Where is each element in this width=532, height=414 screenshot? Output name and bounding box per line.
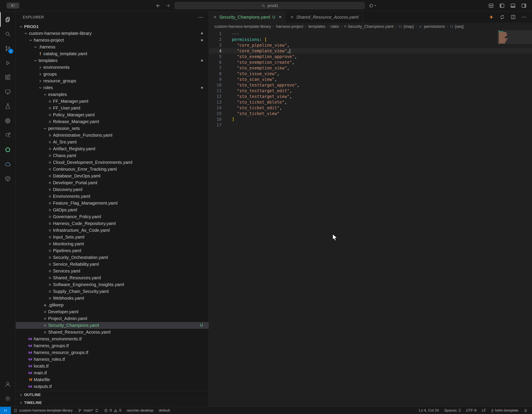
tree-item-harness-code-repository-yaml[interactable]: ≡Harness_Code_Repository.yaml <box>16 220 209 227</box>
tree-item-catalog-template-yaml[interactable]: !catalog_template.yaml <box>16 50 209 57</box>
tree-item-harness-groups-tf[interactable]: harness_groups.tf <box>16 342 209 349</box>
tree-item-gitkeep[interactable]: ◈.gitkeep <box>16 302 209 308</box>
tree-item-monitoring-yaml[interactable]: ≡Monitoring.yaml <box>16 241 209 247</box>
activity-account[interactable] <box>0 377 16 391</box>
sparkle-extension-button[interactable] <box>489 14 494 20</box>
tree-item-pipelines-yaml[interactable]: ≡Pipelines.yaml <box>16 247 209 254</box>
tree-item-infrastructure-as-code-yaml[interactable]: ≡Infrastructure_As_Code.yaml <box>16 227 209 234</box>
breadcrumb-item-harness-project[interactable]: harness-project <box>276 24 303 29</box>
split-editor-button[interactable] <box>511 14 516 20</box>
tree-item-developer-yaml[interactable]: ≡Developer.yaml <box>16 308 209 315</box>
activity-explorer[interactable] <box>0 12 16 27</box>
tree-item-ai-sre-yaml[interactable]: ≡Ai_Sre.yaml <box>16 139 209 145</box>
activity-testing[interactable] <box>0 99 16 114</box>
more-actions-button[interactable]: ⋯ <box>198 14 204 20</box>
status-repo[interactable]: custom-harness-template-library <box>11 407 75 414</box>
breadcrumb-item-map[interactable]: {map} <box>399 24 414 29</box>
activity-settings[interactable] <box>0 391 16 406</box>
tree-item-harness-roles-tf[interactable]: harness_roles.tf <box>16 356 209 363</box>
tree-item-policy-manager-yaml[interactable]: ≡Policy_Manager.yaml <box>16 112 209 118</box>
activity-marketplace-search[interactable] <box>0 128 16 142</box>
more-editor-actions-button[interactable] <box>522 14 527 20</box>
section-timeline[interactable]: TIMELINE <box>16 399 209 406</box>
code-editor[interactable]: 1 --- 2 permissions: [ 3 "core_pipeline_… <box>209 30 532 406</box>
nav-forward-button[interactable] <box>165 3 171 9</box>
tree-item-locals-tf[interactable]: locals.tf <box>16 363 209 370</box>
toggle-secondary-sidebar-button[interactable] <box>521 3 527 9</box>
breadcrumb-item-security-champions-yaml[interactable]: ≡Security_Champions.yaml <box>344 24 393 29</box>
tree-item-prod1[interactable]: PROD1 <box>16 23 209 30</box>
activity-search[interactable] <box>0 27 16 41</box>
tree-item-templates[interactable]: templates <box>16 57 209 64</box>
tree-item-harness-project[interactable]: harness-project <box>16 37 209 44</box>
status-notifications[interactable] <box>521 407 530 414</box>
tree-item-roles[interactable]: roles <box>16 84 209 91</box>
status-remote-indicator[interactable] <box>0 407 11 414</box>
close-icon[interactable]: × <box>279 15 282 19</box>
tree-item-outputs-tf[interactable]: outputs.tf <box>16 383 209 390</box>
tree-item-ff-user-yaml[interactable]: ≡FF_User.yaml <box>16 105 209 112</box>
activity-run-and-debug[interactable] <box>0 56 16 70</box>
activity-green-ring[interactable] <box>0 142 16 157</box>
status-rancher-desktop[interactable]: rancher-desktop <box>124 407 156 414</box>
command-center-search[interactable]: prod1 <box>175 2 365 9</box>
tree-item-main-tf[interactable]: main.tf <box>16 370 209 376</box>
tree-item-chaos-yaml[interactable]: ≡Chaos.yaml <box>16 152 209 159</box>
tree-item-environments[interactable]: environments <box>16 64 209 71</box>
tree-item-service-reliability-yaml[interactable]: ≡Service_Reliability.yaml <box>16 261 209 268</box>
activity-source-control[interactable]: 1 <box>0 41 16 56</box>
tree-item-continuous-error-tracking-yaml[interactable]: ≡Continuous_Error_Tracking.yaml <box>16 166 209 173</box>
activity-cloud[interactable] <box>0 157 16 171</box>
tree-item-cloud-development-environments-yaml[interactable]: ≡Cloud_Development_Environments.yaml <box>16 159 209 166</box>
sync-button[interactable] <box>500 14 505 20</box>
toggle-panel-button[interactable] <box>510 3 516 9</box>
window-control-pill[interactable] <box>7 3 19 9</box>
tree-item-ff-manager-yaml[interactable]: ≡FF_Manager.yaml <box>16 98 209 105</box>
tree-item-release-manager-yaml[interactable]: ≡Release_Manager.yaml <box>16 118 209 125</box>
breadcrumb-item-seq[interactable]: [seq] <box>450 24 464 29</box>
activity-remote-explorer[interactable] <box>0 85 16 99</box>
tree-item-input-sets-yaml[interactable]: ≡Input_Sets.yaml <box>16 234 209 241</box>
tree-item-security-champions-yaml[interactable]: ≡Security_Champions.yamlU <box>16 322 209 329</box>
tree-item-services-yaml[interactable]: ≡Services.yaml <box>16 268 209 274</box>
tree-item-discovery-yaml[interactable]: ≡Discovery.yaml <box>16 186 209 193</box>
tree-item-software-engineering-insights-yaml[interactable]: ≡Software_Engineering_Insights.yaml <box>16 281 209 288</box>
tree-item-governance-policy-yaml[interactable]: ≡Governance_Policy.yaml <box>16 213 209 220</box>
tree-item-developer-portal-yaml[interactable]: ≡Developer_Portal.yaml <box>16 179 209 186</box>
tab-security-champions-yaml[interactable]: ≡ Security_Champions.yaml U × <box>209 11 286 23</box>
tree-item-shared-resources-yaml[interactable]: ≡Shared_Resources.yaml <box>16 274 209 281</box>
minimap[interactable] <box>497 30 532 406</box>
tree-item-supply-chain-security-yaml[interactable]: ≡Supply_Chain_Security.yaml <box>16 288 209 295</box>
breadcrumb-item-permissions[interactable]: permissions <box>419 24 445 29</box>
status-kube-context[interactable]: default <box>156 407 172 414</box>
status-eol[interactable]: LF <box>479 407 489 414</box>
status-encoding[interactable]: UTF-8 <box>463 407 479 414</box>
tree-item-makefile[interactable]: MMakefile <box>16 376 209 383</box>
activity-kubernetes[interactable] <box>0 114 16 128</box>
activity-container[interactable] <box>0 171 16 186</box>
nav-back-button[interactable] <box>155 3 161 9</box>
toggle-primary-sidebar-button[interactable] <box>499 3 505 9</box>
status-indentation[interactable]: Spaces: 2 <box>442 407 464 414</box>
activity-extensions[interactable] <box>0 70 16 85</box>
tree-item-harness-environments-tf[interactable]: harness_environments.tf <box>16 336 209 342</box>
section-outline[interactable]: OUTLINE <box>16 391 209 399</box>
tree-item-harness-resource-groups-tf[interactable]: harness_resource_groups.tf <box>16 349 209 356</box>
tree-item-permission-sets[interactable]: permission_sets <box>16 125 209 132</box>
tree-item-shared-resource-access-yaml[interactable]: ≡Shared_Resource_Access.yaml <box>16 329 209 336</box>
tree-item-examples[interactable]: examples <box>16 91 209 98</box>
status-cursor-position[interactable]: Ln 4, Col 24 <box>416 407 442 414</box>
customize-layout-button[interactable] <box>488 3 494 9</box>
tree-item-administrative-functions-yaml[interactable]: ≡Administrative_Functions.yaml <box>16 132 209 139</box>
breadcrumb-item-templates[interactable]: templates <box>308 24 325 29</box>
tree-item-database-devops-yaml[interactable]: ≡Database_DevOps.yaml <box>16 173 209 179</box>
tab-shared-resource-access-yaml[interactable]: ≡ Shared_Resource_Access.yaml <box>286 11 363 23</box>
status-language-mode[interactable]: {}helm-template <box>489 407 521 414</box>
tree-item-custom-harness-template-library[interactable]: custom-harness-template-library <box>16 30 209 37</box>
breadcrumb-item-custom-harness-template-library[interactable]: custom-harness-template-library <box>215 24 271 29</box>
status-problems[interactable]: 00 <box>101 407 124 414</box>
tree-item-gitops-yaml[interactable]: ≡GitOps.yaml <box>16 207 209 213</box>
tree-item-harness[interactable]: .harness <box>16 44 209 50</box>
tree-item-security-orchestration-yaml[interactable]: ≡Security_Orchestration.yaml <box>16 254 209 261</box>
tree-item-feature-flag-management-yaml[interactable]: ≡Feature_Flag_Management.yaml <box>16 200 209 207</box>
